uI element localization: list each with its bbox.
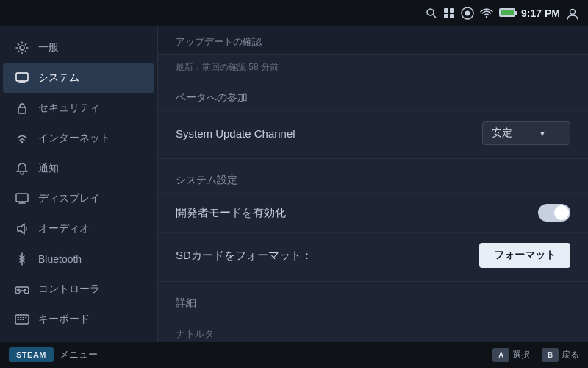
- system-update-channel-label: System Update Channel: [176, 127, 295, 140]
- sidebar-item-audio-label: オーディオ: [38, 222, 90, 236]
- developer-mode-toggle[interactable]: [538, 204, 570, 222]
- section-divider-1: [158, 158, 588, 159]
- gamepad-icon: [15, 282, 29, 297]
- svg-point-7: [465, 11, 470, 16]
- sidebar-item-audio[interactable]: オーディオ: [3, 214, 154, 244]
- main-layout: 一般 システム セキュリティ: [0, 26, 588, 342]
- sidebar-item-controller[interactable]: コントローラ: [3, 275, 154, 304]
- format-button[interactable]: フォーマット: [479, 243, 570, 268]
- wifi-sidebar-icon: [15, 131, 29, 146]
- user-icon[interactable]: [566, 7, 579, 20]
- svg-line-1: [433, 15, 436, 18]
- steam-button[interactable]: STEAM: [9, 347, 54, 362]
- sidebar-item-keyboard-label: キーボード: [38, 313, 90, 326]
- svg-marker-17: [18, 224, 24, 234]
- developer-mode-row: 開発者モードを有効化: [158, 193, 588, 232]
- section-divider-2: [158, 281, 588, 282]
- sd-format-label: SDカードをフォーマット：: [176, 249, 312, 263]
- system-settings-title: システム設定: [158, 162, 588, 193]
- content-header-title: アップデートの確認: [176, 35, 570, 49]
- display-icon: [15, 191, 29, 206]
- svg-rect-13: [18, 107, 26, 113]
- svg-rect-14: [16, 194, 28, 202]
- lock-icon: [15, 101, 29, 116]
- steam-logo-icon: [461, 7, 474, 20]
- sidebar-item-controller-label: コントローラ: [38, 283, 100, 296]
- developer-mode-label: 開発者モードを有効化: [176, 206, 286, 220]
- svg-point-9: [20, 46, 24, 50]
- menu-label: メニュー: [60, 348, 98, 361]
- last-check-text: 最新：前回の確認 58 分前: [158, 55, 588, 79]
- sidebar-item-notification[interactable]: 通知: [3, 154, 154, 183]
- search-icon[interactable]: [426, 7, 437, 19]
- sidebar-item-internet-label: インターネット: [38, 132, 110, 145]
- bluetooth-icon: [15, 252, 29, 266]
- svg-rect-3: [450, 8, 454, 13]
- sidebar-item-display-label: ディスプレイ: [38, 192, 100, 205]
- detail-section: 詳細: [158, 285, 588, 322]
- sidebar-item-notification-label: 通知: [38, 162, 59, 175]
- detail-subtitle: ナトルタ: [158, 322, 588, 342]
- bottombar: STEAM メニュー Ａ 選択 Ｂ 戻る: [0, 342, 588, 368]
- sidebar-item-internet[interactable]: インターネット: [3, 124, 154, 153]
- sidebar: 一般 システム セキュリティ: [0, 26, 158, 342]
- action-a: Ａ 選択: [492, 348, 530, 362]
- sidebar-item-display[interactable]: ディスプレイ: [3, 184, 154, 213]
- sidebar-item-general[interactable]: 一般: [3, 33, 154, 63]
- sidebar-item-system[interactable]: システム: [3, 63, 154, 93]
- keyboard-icon: [15, 312, 29, 327]
- sidebar-item-security[interactable]: セキュリティ: [3, 93, 154, 123]
- gear-icon: [15, 40, 29, 55]
- bottombar-actions: Ａ 選択 Ｂ 戻る: [492, 348, 579, 362]
- beta-section-title: ベータへの参加: [158, 79, 588, 110]
- svg-rect-5: [450, 14, 454, 18]
- svg-point-0: [427, 9, 434, 15]
- monitor-icon: [15, 71, 29, 85]
- chevron-down-icon: ▼: [539, 130, 546, 138]
- a-badge: Ａ: [492, 348, 509, 362]
- action-a-label: 選択: [512, 349, 530, 361]
- svg-point-21: [24, 289, 26, 291]
- sidebar-item-general-label: 一般: [38, 41, 59, 54]
- action-b-label: 戻る: [562, 349, 579, 361]
- sidebar-item-keyboard[interactable]: キーボード: [3, 305, 154, 334]
- svg-point-8: [570, 10, 576, 15]
- sd-format-row: SDカードをフォーマット： フォーマット: [158, 232, 588, 278]
- sidebar-item-bluetooth[interactable]: Bluetooth: [3, 244, 154, 274]
- sidebar-item-security-label: セキュリティ: [38, 102, 100, 115]
- topbar: 9:17 PM: [0, 0, 588, 26]
- svg-rect-22: [15, 315, 29, 324]
- wifi-icon: [480, 7, 493, 19]
- content-header: アップデートの確認: [158, 26, 588, 55]
- detail-title: 詳細: [176, 297, 570, 310]
- svg-rect-2: [444, 8, 448, 13]
- content-area: アップデートの確認 最新：前回の確認 58 分前 ベータへの参加 System …: [158, 26, 588, 342]
- svg-rect-10: [16, 73, 28, 81]
- sidebar-item-bluetooth-label: Bluetooth: [38, 253, 82, 265]
- dropdown-value: 安定: [492, 127, 512, 140]
- battery-icon: [499, 7, 515, 19]
- svg-rect-4: [444, 14, 448, 18]
- b-badge: Ｂ: [542, 348, 559, 362]
- grid-icon[interactable]: [443, 7, 455, 19]
- sidebar-item-system-label: システム: [38, 71, 79, 85]
- system-update-channel-row: System Update Channel 安定 ▼: [158, 110, 588, 155]
- bell-icon: [15, 161, 29, 176]
- action-b: Ｂ 戻る: [542, 348, 579, 362]
- speaker-icon: [15, 222, 29, 236]
- clock-display: 9:17 PM: [521, 7, 560, 19]
- topbar-icons: 9:17 PM: [426, 7, 579, 20]
- system-update-channel-dropdown[interactable]: 安定 ▼: [482, 121, 570, 145]
